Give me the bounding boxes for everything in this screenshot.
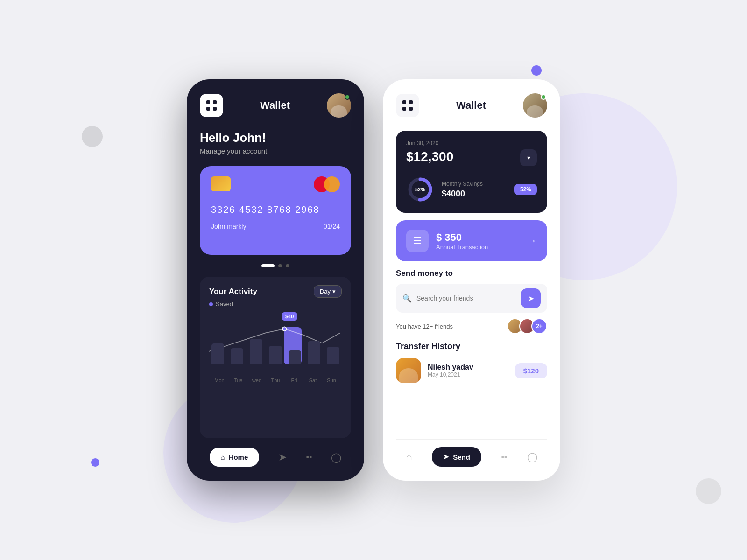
transfer-amount-badge: $120 xyxy=(515,363,547,378)
send-search-button[interactable]: ➤ xyxy=(521,288,541,308)
search-friends-input[interactable] xyxy=(416,294,516,302)
chart-bars xyxy=(209,339,342,364)
balance-header: $12,300 ▾ xyxy=(406,149,537,166)
light-avatar-body xyxy=(527,105,543,118)
send-btn-label: Send xyxy=(453,453,470,461)
balance-card[interactable]: Jun 30, 2020 $12,300 ▾ 52% Monthly Savi xyxy=(396,131,547,213)
light-grid-icon xyxy=(402,100,413,111)
light-avatar-container[interactable] xyxy=(523,93,547,118)
profile-nav-icon[interactable]: ◯ xyxy=(331,452,341,463)
home-icon: ⌂ xyxy=(221,453,225,461)
bar-tue xyxy=(231,348,243,364)
home-label: Home xyxy=(229,453,248,461)
dark-phone-title: Wallet xyxy=(260,99,290,112)
transfer-person-avatar xyxy=(396,358,421,383)
card-dots-indicator xyxy=(200,264,351,267)
balance-amount: $12,300 xyxy=(406,149,453,164)
dot-2 xyxy=(278,264,282,267)
transaction-icon-box: ☰ xyxy=(406,230,429,252)
dropdown-arrow-icon: ▾ xyxy=(332,288,336,295)
day-tue: Tue xyxy=(229,378,247,383)
send-nav-button[interactable]: ➤ Send xyxy=(432,447,481,467)
balance-dropdown-button[interactable]: ▾ xyxy=(520,149,537,166)
dark-avatar-container[interactable] xyxy=(327,93,351,118)
friends-more-count: 2+ xyxy=(531,318,547,334)
bar-sun xyxy=(327,347,339,364)
activity-section: Your Activity Day ▾ Saved $40 xyxy=(200,277,351,438)
greeting-text: Hello John! xyxy=(200,131,351,145)
grid-menu-button[interactable] xyxy=(200,94,223,117)
day-sat: Sat xyxy=(303,378,322,383)
card-expiry: 01/24 xyxy=(324,223,340,230)
savings-amount: $4000 xyxy=(442,189,507,199)
grid-icon xyxy=(206,100,217,111)
progress-row: 52% Monthly Savings $4000 52% xyxy=(406,175,537,203)
light-home-nav-icon[interactable]: ⌂ xyxy=(406,451,412,463)
saved-text: Saved xyxy=(216,301,233,308)
activity-chart: $40 xyxy=(209,313,342,374)
transfer-history-title: Transfer History xyxy=(396,342,547,351)
bar-wed xyxy=(250,339,262,364)
savings-info: Monthly Savings $4000 xyxy=(442,181,507,199)
transfer-date: May 10,2021 xyxy=(428,371,508,378)
chart-days-row: Mon Tue wed Thu Fri Sat Sun xyxy=(209,378,342,383)
light-online-indicator xyxy=(541,94,546,100)
donut-chart: 52% xyxy=(406,175,434,203)
balance-date: Jun 30, 2020 xyxy=(406,140,537,147)
credit-card[interactable]: 3326 4532 8768 2968 John markly 01/24 xyxy=(200,166,351,255)
transaction-arrow-icon: → xyxy=(527,235,537,247)
send-money-title: Send money to xyxy=(396,269,547,278)
online-indicator xyxy=(345,94,350,100)
day-dropdown[interactable]: Day ▾ xyxy=(314,285,342,298)
avatar-body-shape xyxy=(331,105,347,118)
day-sun: Sun xyxy=(322,378,341,383)
search-icon: 🔍 xyxy=(402,294,412,303)
day-wed: wed xyxy=(247,378,266,383)
dot-decoration-bottom-left xyxy=(91,458,99,467)
transaction-card[interactable]: ☰ $ 350 Annual Transaction → xyxy=(396,220,547,261)
light-wallet-nav-icon[interactable]: ▪▪ xyxy=(501,452,507,462)
light-bottom-nav: ⌂ ➤ Send ▪▪ ◯ xyxy=(396,439,547,467)
day-thu: Thu xyxy=(266,378,285,383)
subtitle-text: Manage your account xyxy=(200,147,351,155)
saved-label: Saved xyxy=(209,301,342,308)
light-profile-nav-icon[interactable]: ◯ xyxy=(527,451,537,462)
dark-phone: Wallet Hello John! Manage your account 3… xyxy=(187,79,364,481)
transaction-info: $ 350 Annual Transaction xyxy=(436,231,519,251)
card-footer: John markly 01/24 xyxy=(211,223,340,230)
transfer-person-name: Nilesh yadav xyxy=(428,363,508,371)
search-bar: 🔍 ➤ xyxy=(396,284,547,313)
light-phone: Wallet Jun 30, 2020 $12,300 ▾ xyxy=(383,79,560,481)
home-nav-button[interactable]: ⌂ Home xyxy=(210,448,260,467)
card-chip-icon xyxy=(211,176,231,191)
day-mon: Mon xyxy=(210,378,229,383)
transaction-label: Annual Transaction xyxy=(436,244,519,251)
dot-decoration-top-right xyxy=(531,65,542,76)
saved-dot-icon xyxy=(209,302,213,306)
light-grid-menu-button[interactable] xyxy=(396,94,419,117)
card-holder-name: John markly xyxy=(211,223,246,230)
send-money-section: Send money to 🔍 ➤ You have 12+ friends 2… xyxy=(396,269,547,334)
savings-label: Monthly Savings xyxy=(442,181,507,187)
phones-container: Wallet Hello John! Manage your account 3… xyxy=(187,79,560,481)
dark-bottom-nav: ⌂ Home ➤ ▪▪ ◯ xyxy=(200,438,351,467)
dark-phone-header: Wallet xyxy=(200,93,351,118)
transaction-receipt-icon: ☰ xyxy=(413,235,422,246)
friends-avatars: 2+ xyxy=(507,318,547,334)
greeting-section: Hello John! Manage your account xyxy=(200,131,351,155)
wallet-nav-icon[interactable]: ▪▪ xyxy=(306,452,312,462)
mastercard-logo xyxy=(314,176,340,192)
transaction-amount: $ 350 xyxy=(436,231,519,244)
day-fri: Fri xyxy=(285,378,303,383)
wave-dot xyxy=(282,327,287,331)
bar-thu xyxy=(269,346,282,364)
dot-3 xyxy=(286,264,289,267)
friends-row: You have 12+ friends 2+ xyxy=(396,318,547,334)
send-nav-icon[interactable]: ➤ xyxy=(278,451,287,463)
activity-title: Your Activity xyxy=(209,287,257,296)
activity-header: Your Activity Day ▾ xyxy=(209,285,342,298)
send-arrow-icon: ➤ xyxy=(528,294,534,303)
mc-circle-orange xyxy=(324,176,340,192)
bar-fri xyxy=(289,350,301,364)
transfer-item: Nilesh yadav May 10,2021 $120 xyxy=(396,358,547,383)
